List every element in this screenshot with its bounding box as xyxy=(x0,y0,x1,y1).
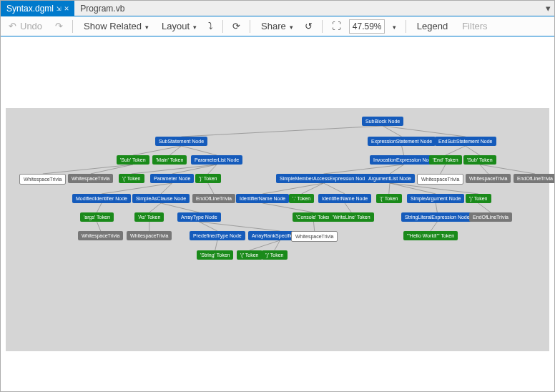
tab-label: Syntax.dgml xyxy=(6,4,54,14)
tab-overflow-dropdown[interactable]: ▾ xyxy=(541,1,554,16)
graph-node[interactable]: SimpleArgument Node xyxy=(407,194,464,203)
graph-edge xyxy=(313,222,314,231)
chevron-down-icon: ▾ xyxy=(193,24,197,31)
graph-node[interactable]: WhitespaceTrivia xyxy=(68,174,113,183)
graph-node[interactable]: ModifiedIdentifier Node xyxy=(72,194,131,203)
graph-node[interactable]: 'String' Token xyxy=(197,250,233,260)
tab-label: Program.vb xyxy=(80,4,124,14)
graph-node[interactable]: WhitespaceTrivia xyxy=(19,174,66,185)
graph-node[interactable]: SimpleAsClause Node xyxy=(132,194,190,203)
undo-label: Undo xyxy=(19,21,44,31)
layout-button[interactable]: Layout ▾ xyxy=(157,19,200,34)
graph-node[interactable]: EndOfLineTrivia xyxy=(192,194,235,203)
legend-button[interactable]: Legend xyxy=(412,19,453,34)
graph-node[interactable]: ParameterList Node xyxy=(191,155,242,165)
graph-node[interactable]: SimpleMemberAccessExpression Node xyxy=(276,174,371,183)
graph-edge xyxy=(208,165,217,174)
undo-icon: ↶ xyxy=(9,21,16,31)
graph-node[interactable]: '"Hello World!"' Token xyxy=(403,231,458,240)
graph-node[interactable]: 'Sub' Token xyxy=(117,155,149,165)
graph-edge xyxy=(446,146,466,155)
graph-edge xyxy=(250,240,280,250)
redo-icon: ↷ xyxy=(55,21,63,31)
graph-edge xyxy=(390,183,478,194)
legend-label: Legend xyxy=(416,21,449,31)
graph-edge xyxy=(389,183,390,194)
graph-node[interactable]: ')' Token xyxy=(195,174,221,183)
pin-icon[interactable]: ⇲ xyxy=(57,4,62,13)
graph-node[interactable]: 'End' Token xyxy=(429,155,462,165)
graph-edge xyxy=(302,183,324,194)
graph-node[interactable]: ExpressionStatement Node xyxy=(368,137,436,146)
graph-edge xyxy=(262,203,313,212)
graph-node[interactable]: ')' Token xyxy=(262,250,288,260)
graph-node[interactable]: ArgumentList Node xyxy=(365,174,415,183)
graph-edge xyxy=(436,203,437,212)
share-button[interactable]: Share ▾ xyxy=(256,19,297,34)
graph-edge xyxy=(383,126,466,137)
graph-node[interactable]: 'WriteLine' Token xyxy=(329,212,374,222)
graph-edge xyxy=(323,165,403,174)
undo-button[interactable]: ↶ Undo xyxy=(5,19,47,34)
separator xyxy=(250,20,250,33)
graph-node[interactable]: StringLiteralExpression Node xyxy=(401,212,473,222)
graph-node[interactable]: EndSubStatement Node xyxy=(435,137,496,146)
graph-node[interactable]: EndOfLineTrivia xyxy=(469,212,512,222)
graph-edge xyxy=(199,222,217,231)
zoom-input[interactable]: 47.59% xyxy=(349,19,385,34)
graph-node[interactable]: WhitespaceTrivia xyxy=(417,174,463,185)
graph-canvas[interactable]: SubBlock NodeSubStatement NodeExpression… xyxy=(6,108,549,351)
graph-node[interactable]: WhitespaceTrivia xyxy=(78,231,123,240)
graph-node[interactable]: IdentifierName Node xyxy=(236,194,289,203)
top-to-bottom-button[interactable]: ⤵ xyxy=(205,19,217,34)
graph-node[interactable]: '(' Token xyxy=(237,250,262,260)
graph-edge xyxy=(480,165,535,174)
graph-edge xyxy=(390,165,404,174)
graph-node[interactable]: SubBlock Node xyxy=(362,117,403,126)
graph-edge xyxy=(149,203,161,212)
history-button[interactable]: ↺ xyxy=(301,19,316,34)
zoom-dropdown[interactable]: ▾ xyxy=(389,19,400,34)
tab-program-vb[interactable]: Program.vb xyxy=(74,1,130,16)
graph-edge xyxy=(466,146,480,155)
graph-node[interactable]: ArrayType Node xyxy=(177,212,221,222)
chevron-down-icon: ▾ xyxy=(393,24,396,31)
tab-syntax-dgml[interactable]: Syntax.dgml ⇲ ✕ xyxy=(1,1,74,16)
separator xyxy=(72,20,73,33)
graph-edge xyxy=(431,222,437,231)
redo-button[interactable]: ↷ xyxy=(51,19,67,34)
separator xyxy=(222,20,223,33)
graph-node[interactable]: IdentifierName Node xyxy=(318,194,371,203)
graph-node[interactable]: '(' Token xyxy=(376,194,402,203)
graph-node[interactable]: WhitespaceTrivia xyxy=(291,231,338,242)
fit-to-screen-button[interactable]: ⛶ xyxy=(328,19,345,34)
graph-node[interactable]: 'As' Token xyxy=(134,212,164,222)
graph-node[interactable]: SubStatement Node xyxy=(155,137,207,146)
refresh-button[interactable]: ⟳ xyxy=(229,19,244,34)
graph-node[interactable]: 'args' Token xyxy=(80,212,114,222)
graph-edge xyxy=(478,203,491,212)
graph-node[interactable]: InvocationExpression Node xyxy=(370,155,438,165)
graph-edge xyxy=(182,146,217,155)
graph-viewport[interactable]: SubBlock NodeSubStatement NodeExpression… xyxy=(1,36,554,391)
graph-edge xyxy=(275,240,280,250)
separator xyxy=(322,20,323,33)
graph-node[interactable]: Parameter Node xyxy=(150,174,194,183)
graph-node[interactable]: '.' Token xyxy=(289,194,314,203)
graph-node[interactable]: WhitespaceTrivia xyxy=(127,231,172,240)
graph-node[interactable]: 'Main' Token xyxy=(152,155,187,165)
graph-node[interactable]: EndOfLineTrivia xyxy=(514,174,554,183)
zoom-value: 47.59% xyxy=(353,21,382,31)
graph-node[interactable]: '(' Token xyxy=(119,174,144,183)
show-related-label: Show Related xyxy=(82,21,143,31)
graph-node[interactable]: ')' Token xyxy=(466,194,491,203)
graph-node[interactable]: PredefinedType Node xyxy=(190,231,245,240)
close-icon[interactable]: ✕ xyxy=(64,4,69,13)
graph-edge xyxy=(182,126,383,137)
graph-edge xyxy=(43,165,133,174)
filters-button[interactable]: Filters xyxy=(457,19,492,34)
graph-node[interactable]: WhitespaceTrivia xyxy=(466,174,511,183)
show-related-button[interactable]: Show Related ▾ xyxy=(79,19,152,34)
graph-node[interactable]: 'Sub' Token xyxy=(463,155,496,165)
window: Syntax.dgml ⇲ ✕ Program.vb ▾ ↶ Undo ↷ Sh… xyxy=(0,0,555,392)
